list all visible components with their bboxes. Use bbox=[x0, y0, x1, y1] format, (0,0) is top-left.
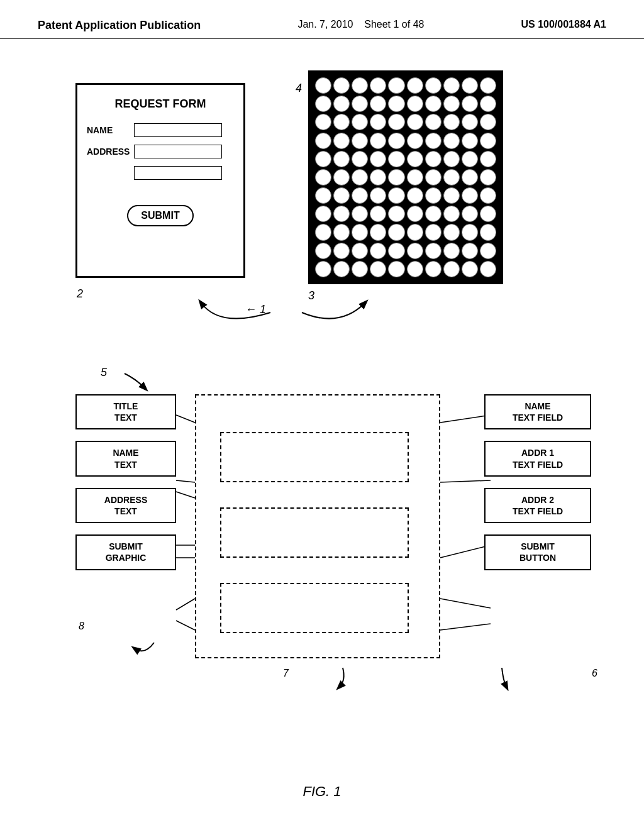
circle-cell bbox=[333, 224, 350, 240]
svg-line-11 bbox=[440, 545, 491, 558]
circle-cell bbox=[315, 224, 331, 240]
circle-cell bbox=[388, 151, 404, 167]
circle-cell bbox=[443, 151, 460, 167]
circle-cell bbox=[425, 187, 441, 204]
circle-cell bbox=[352, 243, 368, 259]
circle-cell bbox=[425, 96, 441, 112]
circle-cell bbox=[480, 114, 496, 130]
circle-cell bbox=[315, 243, 331, 259]
circle-cell bbox=[333, 169, 350, 185]
circle-cell bbox=[352, 77, 368, 94]
circle-cell bbox=[407, 77, 423, 94]
circle-cell bbox=[333, 151, 350, 167]
circle-cell bbox=[425, 243, 441, 259]
label-7: 7 bbox=[283, 668, 289, 679]
circle-cell bbox=[462, 206, 478, 222]
label-1-arrow: ← bbox=[245, 303, 260, 316]
circle-cell bbox=[388, 261, 404, 277]
circle-cell bbox=[370, 77, 386, 94]
circle-cell bbox=[425, 114, 441, 130]
circle-cell bbox=[480, 169, 496, 185]
circle-cell bbox=[462, 261, 478, 277]
svg-line-8 bbox=[176, 621, 195, 630]
circle-cell bbox=[315, 169, 331, 185]
circle-cell bbox=[443, 77, 460, 94]
circle-cell bbox=[315, 96, 331, 112]
circle-cell bbox=[407, 224, 423, 240]
circle-cell bbox=[480, 261, 496, 277]
form-title: REQUEST FORM bbox=[87, 97, 234, 111]
circle-cell bbox=[480, 96, 496, 112]
label-1-text: 1 bbox=[260, 303, 266, 316]
circle-cell bbox=[388, 133, 404, 149]
circle-cell bbox=[352, 261, 368, 277]
header-right: US 100/001884 A1 bbox=[521, 19, 606, 30]
circle-cell bbox=[425, 77, 441, 94]
circle-cell bbox=[333, 187, 350, 204]
header-middle: Jan. 7, 2010 Sheet 1 of 48 bbox=[297, 19, 424, 30]
circle-cell bbox=[315, 133, 331, 149]
circle-cell bbox=[480, 187, 496, 204]
submit-button-box: SUBMITBUTTON bbox=[484, 534, 591, 570]
svg-line-9 bbox=[440, 415, 491, 423]
circle-cell bbox=[443, 206, 460, 222]
circle-cell bbox=[315, 114, 331, 130]
address-field-1[interactable] bbox=[134, 145, 222, 158]
inner-dashed-box-3 bbox=[220, 583, 409, 633]
circle-cell bbox=[425, 261, 441, 277]
circle-cell bbox=[333, 133, 350, 149]
label-4: 4 bbox=[296, 82, 302, 95]
right-column: NAMETEXT FIELD ADDR 1TEXT FIELD ADDR 2TE… bbox=[484, 394, 591, 582]
circle-cell bbox=[407, 206, 423, 222]
circle-cell bbox=[352, 169, 368, 185]
circle-cell bbox=[462, 133, 478, 149]
circle-cell bbox=[315, 151, 331, 167]
name-text-box: NAMETEXT bbox=[75, 441, 176, 476]
circle-cell bbox=[370, 96, 386, 112]
circle-cell bbox=[388, 114, 404, 130]
submit-oval[interactable]: SUBMIT bbox=[127, 205, 193, 226]
circle-cell bbox=[443, 133, 460, 149]
main-content: REQUEST FORM NAME ADDRESS SUBMIT 2 4 3 bbox=[0, 39, 644, 819]
circle-cell bbox=[443, 96, 460, 112]
page-header: Patent Application Publication Jan. 7, 2… bbox=[0, 0, 644, 39]
circle-cell bbox=[407, 151, 423, 167]
circle-cell bbox=[352, 133, 368, 149]
name-field[interactable] bbox=[134, 123, 222, 137]
submit-area: SUBMIT bbox=[87, 205, 234, 226]
svg-line-4 bbox=[176, 492, 195, 498]
circle-cell bbox=[425, 224, 441, 240]
circle-cell bbox=[370, 243, 386, 259]
circle-cell bbox=[462, 224, 478, 240]
label-2: 2 bbox=[77, 287, 83, 301]
address-field-2[interactable] bbox=[134, 166, 222, 180]
label-6: 6 bbox=[592, 668, 597, 679]
inner-dashed-box-2 bbox=[220, 507, 409, 558]
circle-cell bbox=[480, 206, 496, 222]
circle-cell bbox=[480, 77, 496, 94]
circle-cell bbox=[352, 224, 368, 240]
label-5: 5 bbox=[101, 366, 107, 379]
header-left: Patent Application Publication bbox=[38, 19, 201, 32]
circle-cell bbox=[480, 243, 496, 259]
circle-cell bbox=[352, 96, 368, 112]
circle-cell bbox=[443, 187, 460, 204]
circle-cell bbox=[425, 169, 441, 185]
circle-cell bbox=[425, 151, 441, 167]
circle-cell bbox=[407, 133, 423, 149]
circle-cell bbox=[333, 77, 350, 94]
circle-cell bbox=[315, 187, 331, 204]
circle-cell bbox=[407, 243, 423, 259]
circles-grid bbox=[315, 77, 496, 277]
circle-cell bbox=[352, 114, 368, 130]
figure-label: FIG. 1 bbox=[303, 783, 341, 800]
name-row: NAME bbox=[87, 123, 234, 137]
inner-dashed-box-1 bbox=[220, 432, 409, 482]
circle-cell bbox=[333, 206, 350, 222]
circle-cell bbox=[407, 187, 423, 204]
circle-cell bbox=[333, 261, 350, 277]
svg-line-12 bbox=[440, 599, 491, 608]
circle-cell bbox=[315, 206, 331, 222]
circle-cell bbox=[462, 151, 478, 167]
circle-cell bbox=[388, 187, 404, 204]
